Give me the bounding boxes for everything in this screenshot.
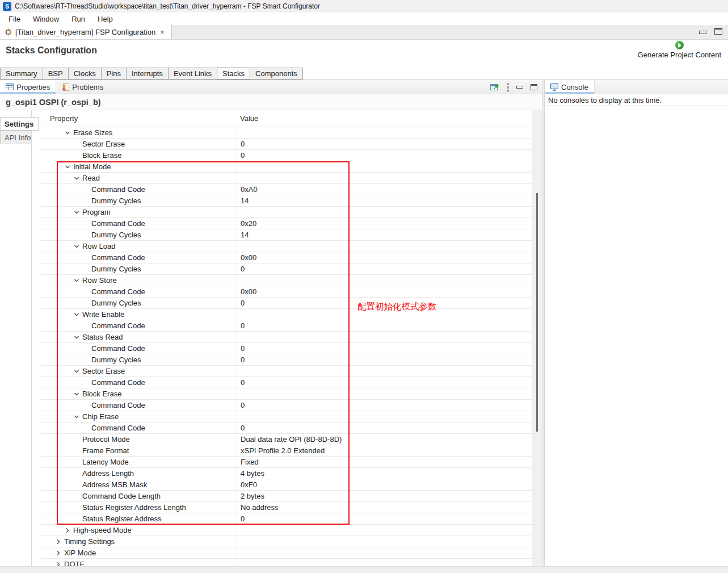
chevron-down-icon[interactable] [73, 277, 82, 284]
property-label: Command Code [91, 253, 145, 262]
property-cell: Row Load [41, 242, 237, 250]
property-row[interactable]: XiP Mode [41, 547, 532, 559]
chevron-down-icon[interactable] [73, 334, 82, 341]
chevron-down-icon[interactable] [73, 209, 82, 216]
property-cell: Sector Erase [41, 367, 237, 375]
chevron-right-icon[interactable] [55, 550, 64, 557]
property-row[interactable]: Command Code0 [41, 423, 532, 434]
property-row[interactable]: Frame FormatxSPI Profile 2.0 Extended [41, 445, 532, 457]
problems-icon [62, 83, 69, 91]
minimize-view-icon[interactable] [516, 86, 523, 89]
chevron-down-icon[interactable] [73, 175, 82, 182]
config-tab-clocks[interactable]: Clocks [68, 68, 102, 80]
vertical-scrollbar[interactable] [532, 110, 542, 572]
property-row[interactable]: Read [41, 173, 532, 184]
menu-item-window[interactable]: Window [27, 14, 65, 24]
property-row[interactable]: Initial Mode [41, 161, 532, 173]
property-label: Timing Settings [64, 537, 115, 546]
property-row[interactable]: Command Code0x20 [41, 218, 532, 229]
maximize-icon[interactable] [714, 28, 722, 35]
property-row[interactable]: High-speed Mode [41, 525, 532, 536]
property-row[interactable]: Dummy Cycles14 [41, 195, 532, 207]
chevron-right-icon[interactable] [64, 527, 73, 534]
property-value: 0x00 [237, 252, 532, 263]
property-row[interactable]: Dummy Cycles0 [41, 354, 532, 366]
property-row[interactable]: Write Enable [41, 309, 532, 320]
chevron-down-icon[interactable] [64, 164, 73, 170]
editor-tab-fsp-configuration[interactable]: [Titan_driver_hyperram] FSP Configuratio… [0, 24, 172, 39]
side-tab-settings[interactable]: Settings [0, 117, 39, 131]
chevron-down-icon[interactable] [73, 391, 82, 398]
config-tab-pins[interactable]: Pins [101, 68, 127, 80]
close-icon[interactable]: × [159, 28, 166, 36]
property-value: 14 [237, 195, 532, 206]
menu-item-file[interactable]: File [2, 14, 27, 24]
property-cell: High-speed Mode [41, 526, 237, 534]
pin-to-new-window-icon[interactable] [490, 83, 499, 91]
property-row[interactable]: Command Code0 [41, 377, 532, 388]
property-row[interactable]: Address MSB Mask0xF0 [41, 479, 532, 491]
minimize-icon[interactable] [699, 31, 706, 34]
property-label: Dummy Cycles [91, 355, 141, 364]
tab-problems[interactable]: Problems [56, 80, 109, 94]
scrollbar-thumb[interactable] [536, 193, 538, 432]
property-row[interactable]: Command Code0 [41, 343, 532, 354]
config-tab-interrupts[interactable]: Interrupts [126, 68, 169, 80]
config-tab-bsp[interactable]: BSP [43, 68, 69, 80]
maximize-view-icon[interactable] [531, 84, 537, 90]
property-row[interactable]: Protocol ModeDual data rate OPI (8D-8D-8… [41, 434, 532, 445]
property-row[interactable]: Status Register Address0 [41, 513, 532, 525]
property-cell: Command Code [41, 219, 237, 228]
property-row[interactable]: Block Erase [41, 388, 532, 400]
property-row[interactable]: Program [41, 207, 532, 218]
property-value: 0x20 [237, 218, 532, 229]
side-tab-api-info[interactable]: API Info [0, 131, 31, 144]
property-row[interactable]: Latency ModeFixed [41, 457, 532, 468]
config-tab-components[interactable]: Components [250, 68, 303, 80]
property-row[interactable]: Command Code0 [41, 320, 532, 332]
config-tab-event-links[interactable]: Event Links [168, 68, 217, 80]
tab-properties[interactable]: Properties [0, 80, 56, 94]
property-row[interactable]: Block Erase0 [41, 150, 532, 161]
property-row[interactable]: Command Code0x00 [41, 286, 532, 298]
property-row[interactable]: Sector Erase0 [41, 139, 532, 150]
property-row[interactable]: Dummy Cycles0 [41, 264, 532, 275]
property-row[interactable]: Dummy Cycles0 [41, 298, 532, 309]
config-tab-summary[interactable]: Summary [0, 68, 43, 80]
menu-item-run[interactable]: Run [65, 14, 91, 24]
property-label: Sector Erase [82, 140, 125, 148]
chevron-right-icon[interactable] [55, 538, 64, 545]
property-cell: Status Read [41, 333, 237, 341]
property-row[interactable]: Command Code Length2 bytes [41, 491, 532, 502]
chevron-down-icon[interactable] [73, 311, 82, 318]
property-row[interactable]: Dummy Cycles14 [41, 229, 532, 241]
table-header: Property Value [41, 110, 532, 127]
property-cell: XiP Mode [41, 549, 237, 557]
property-label: Command Code Length [82, 492, 161, 500]
chevron-down-icon[interactable] [73, 368, 82, 375]
property-row[interactable]: Row Load [41, 241, 532, 252]
property-row[interactable]: Command Code0x00 [41, 252, 532, 264]
table-rows: Erase SizesSector Erase0Block Erase0Init… [41, 127, 532, 570]
chevron-down-icon[interactable] [73, 243, 82, 250]
view-menu-icon[interactable] [507, 83, 509, 92]
property-row[interactable]: Timing Settings [41, 536, 532, 547]
chevron-down-icon[interactable] [64, 129, 73, 136]
property-row[interactable]: Status Register Address LengthNo address [41, 502, 532, 513]
title-bar: S C:\Softwares\RT-ThreadStudio\workspace… [0, 0, 728, 12]
tab-console[interactable]: Console [545, 80, 595, 94]
property-row[interactable]: Command Code0 [41, 400, 532, 411]
menu-item-help[interactable]: Help [91, 14, 119, 24]
property-row[interactable]: Address Length4 bytes [41, 468, 532, 479]
config-tab-stacks[interactable]: Stacks [217, 68, 250, 80]
console-panel: Console No consoles to display at this t… [545, 80, 728, 572]
property-row[interactable]: Command Code0xA0 [41, 184, 532, 195]
property-row[interactable]: Status Read [41, 332, 532, 343]
property-cell: Status Register Address [41, 515, 237, 523]
property-row[interactable]: Row Store [41, 275, 532, 286]
property-row[interactable]: Sector Erase [41, 366, 532, 377]
generate-project-content-button[interactable]: Generate Project Content [638, 41, 721, 59]
property-row[interactable]: Erase Sizes [41, 127, 532, 139]
chevron-down-icon[interactable] [73, 413, 82, 420]
property-row[interactable]: Chip Erase [41, 411, 532, 423]
